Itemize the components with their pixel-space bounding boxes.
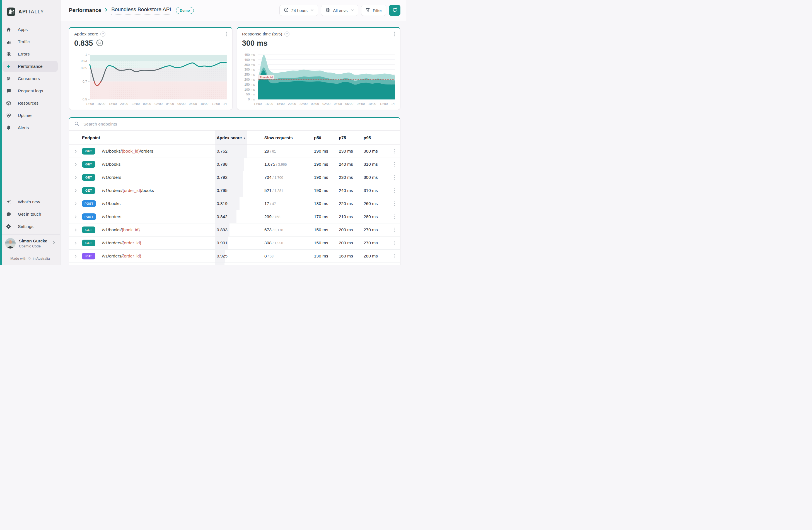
row-menu[interactable]: [389, 149, 401, 154]
sidebar-item-label: Apps: [18, 27, 28, 32]
table-row[interactable]: GET /v1/books/{book_id} 0.893 673 / 3,17…: [69, 224, 400, 237]
expand-row-icon[interactable]: [69, 188, 82, 193]
expand-row-icon[interactable]: [69, 175, 82, 180]
search-input[interactable]: [83, 121, 395, 127]
method-badge: GET: [82, 148, 96, 155]
table-row[interactable]: GET /v1/orders/{order_id} 0.901 308 / 1,…: [69, 237, 400, 250]
sidebar-item-uptime[interactable]: Uptime: [2, 110, 58, 121]
svg-text:20:00: 20:00: [120, 102, 128, 105]
env-dropdown[interactable]: All envs: [321, 5, 358, 16]
help-icon[interactable]: ?: [100, 31, 105, 37]
col-p75[interactable]: p75: [339, 135, 364, 140]
sidebar-item-settings[interactable]: Settings: [2, 221, 58, 232]
row-menu[interactable]: [389, 241, 401, 245]
endpoint-path: /v1/books/{book_id}: [102, 227, 215, 232]
table-header: Endpoint Apdex score▲ Slow requests p50 …: [69, 131, 400, 145]
method-badge: POST: [82, 213, 96, 220]
slow-requests-value: 1,675 / 3,965: [264, 162, 314, 167]
row-menu[interactable]: [389, 201, 401, 206]
p75-value: 240 ms: [339, 188, 364, 193]
table-row[interactable]: GET /v1/books/{book_id}/orders 0.762 29 …: [69, 145, 400, 158]
svg-text:450 ms: 450 ms: [244, 54, 255, 56]
method-badge: GET: [82, 240, 96, 246]
table-row[interactable]: POST /v1/orders 0.842 239 / 758 170 ms 2…: [69, 210, 400, 224]
sidebar-item-whats-new[interactable]: What's new: [2, 196, 58, 207]
apdex-score-value: 0.788: [215, 162, 228, 167]
col-p50[interactable]: p50: [314, 135, 339, 140]
expand-row-icon[interactable]: [69, 201, 82, 206]
apdex-score-cell: 0.795: [215, 184, 264, 197]
svg-text:02:00: 02:00: [155, 102, 162, 105]
svg-text:1: 1: [85, 54, 87, 56]
apdex-score-value: 0.893: [215, 227, 228, 232]
expand-row-icon[interactable]: [69, 228, 82, 232]
p50-value: 190 ms: [314, 162, 339, 167]
layers-icon: [325, 7, 331, 13]
sidebar-item-consumers[interactable]: Consumers: [2, 73, 58, 84]
chevron-right-icon: [51, 240, 56, 246]
sidebar-item-performance[interactable]: Performance: [2, 61, 58, 72]
app-root: APITALLY AppsTrafficErrorsPerformanceCon…: [0, 0, 406, 265]
row-menu[interactable]: [389, 162, 401, 167]
help-icon[interactable]: ?: [285, 31, 289, 37]
sidebar-item-errors[interactable]: Errors: [2, 48, 58, 60]
svg-text:200 ms: 200 ms: [244, 78, 255, 81]
row-menu[interactable]: [389, 188, 401, 193]
table-row[interactable]: GET /v1/books 0.788 1,675 / 3,965 190 ms…: [69, 158, 400, 171]
method-badge: GET: [82, 174, 96, 181]
sidebar-item-request-logs[interactable]: Request logs: [2, 85, 58, 97]
apdex-score-bar: [215, 263, 224, 265]
svg-text:20:00: 20:00: [288, 102, 296, 105]
row-menu[interactable]: [389, 227, 401, 232]
table-row[interactable]: POST /v1/books 0.819 17 / 47 180 ms 220 …: [69, 197, 400, 210]
expand-row-icon[interactable]: [69, 241, 82, 245]
breadcrumb: Performance Boundless Bookstore API Demo: [69, 6, 194, 15]
funnel-icon: [365, 8, 370, 13]
table-row[interactable]: PUT /v1/books/{book_id} 0.929 11 / 75 13…: [69, 263, 400, 265]
sidebar-item-get-in-touch[interactable]: Get in touch: [2, 209, 58, 220]
apitally-logo[interactable]: APITALLY: [0, 5, 60, 17]
user-profile[interactable]: Simon Gurcke Cosmic Code: [0, 234, 60, 252]
time-range-dropdown[interactable]: 24 hours: [279, 5, 318, 16]
p95-value: 270 ms: [364, 241, 389, 245]
apitally-logo-text: APITALLY: [18, 9, 44, 15]
svg-text:12:00: 12:00: [212, 102, 220, 105]
apdex-card-menu[interactable]: [226, 31, 227, 37]
bell-icon: [5, 125, 12, 131]
sidebar-item-resources[interactable]: Resources: [2, 98, 58, 109]
table-row[interactable]: PUT /v1/orders/{order_id} 0.925 8 / 53 1…: [69, 250, 400, 263]
col-slow-requests[interactable]: Slow requests: [264, 135, 314, 140]
row-menu[interactable]: [389, 214, 401, 219]
col-endpoint[interactable]: Endpoint: [82, 135, 215, 140]
filter-button[interactable]: Filter: [361, 5, 386, 16]
col-p95[interactable]: p95: [364, 135, 389, 140]
svg-text:300 ms: 300 ms: [244, 68, 255, 71]
row-menu[interactable]: [389, 175, 401, 180]
col-apdex-score[interactable]: Apdex score▲: [215, 131, 264, 144]
svg-text:12:00: 12:00: [380, 102, 388, 105]
svg-text:14:00: 14:00: [223, 102, 227, 105]
expand-row-icon[interactable]: [69, 162, 82, 167]
sidebar-item-apps[interactable]: Apps: [2, 24, 58, 35]
expand-row-icon[interactable]: [69, 254, 82, 259]
svg-text:0.93: 0.93: [81, 59, 87, 62]
table-row[interactable]: GET /v1/orders/{order_id}/books 0.795 52…: [69, 184, 400, 197]
sidebar-item-label: Get in touch: [18, 212, 41, 217]
table-row[interactable]: GET /v1/orders 0.792 704 / 1,700 190 ms …: [69, 171, 400, 184]
expand-row-icon[interactable]: [69, 149, 82, 154]
slow-requests-value: 239 / 758: [264, 214, 314, 219]
svg-text:16:00: 16:00: [97, 102, 105, 105]
expand-row-icon[interactable]: [69, 215, 82, 219]
p50-value: 170 ms: [314, 214, 339, 219]
sidebar-item-label: Errors: [18, 52, 30, 57]
refresh-button[interactable]: [389, 5, 401, 16]
breadcrumb-section: Performance: [69, 7, 101, 13]
slow-requests-value: 29 / 61: [264, 149, 314, 154]
apdex-score-value: 0.795: [215, 188, 228, 193]
user-name: Simon Gurcke: [19, 239, 47, 243]
breadcrumb-app-selector[interactable]: Boundless Bookstore API: [111, 6, 171, 15]
sidebar-item-traffic[interactable]: Traffic: [2, 36, 58, 47]
response-card-menu[interactable]: [394, 31, 395, 37]
sidebar-item-alerts[interactable]: Alerts: [2, 122, 58, 133]
row-menu[interactable]: [389, 254, 401, 259]
